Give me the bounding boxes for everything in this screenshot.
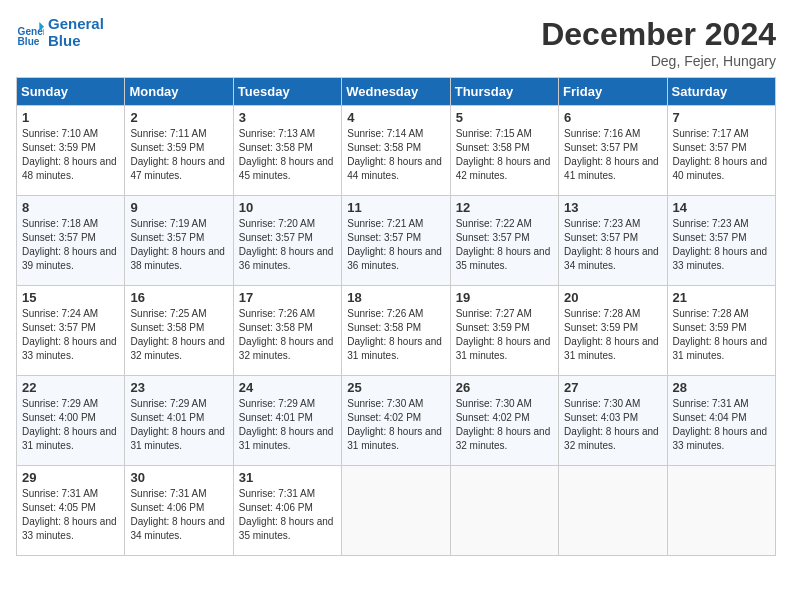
weekday-header-wednesday: Wednesday [342,78,450,106]
day-info: Sunrise: 7:26 AMSunset: 3:58 PMDaylight:… [347,307,444,363]
day-info: Sunrise: 7:31 AMSunset: 4:05 PMDaylight:… [22,487,119,543]
calendar-cell [450,466,558,556]
day-number: 14 [673,200,770,215]
weekday-header-friday: Friday [559,78,667,106]
calendar-cell: 20Sunrise: 7:28 AMSunset: 3:59 PMDayligh… [559,286,667,376]
day-number: 29 [22,470,119,485]
day-number: 8 [22,200,119,215]
day-info: Sunrise: 7:28 AMSunset: 3:59 PMDaylight:… [564,307,661,363]
day-info: Sunrise: 7:10 AMSunset: 3:59 PMDaylight:… [22,127,119,183]
calendar-week-2: 8Sunrise: 7:18 AMSunset: 3:57 PMDaylight… [17,196,776,286]
day-info: Sunrise: 7:29 AMSunset: 4:01 PMDaylight:… [130,397,227,453]
calendar-cell: 19Sunrise: 7:27 AMSunset: 3:59 PMDayligh… [450,286,558,376]
day-info: Sunrise: 7:25 AMSunset: 3:58 PMDaylight:… [130,307,227,363]
day-info: Sunrise: 7:11 AMSunset: 3:59 PMDaylight:… [130,127,227,183]
day-number: 10 [239,200,336,215]
calendar-week-3: 15Sunrise: 7:24 AMSunset: 3:57 PMDayligh… [17,286,776,376]
calendar-cell: 7Sunrise: 7:17 AMSunset: 3:57 PMDaylight… [667,106,775,196]
day-number: 21 [673,290,770,305]
day-info: Sunrise: 7:21 AMSunset: 3:57 PMDaylight:… [347,217,444,273]
weekday-header-monday: Monday [125,78,233,106]
month-title: December 2024 [541,16,776,53]
day-number: 25 [347,380,444,395]
day-info: Sunrise: 7:28 AMSunset: 3:59 PMDaylight:… [673,307,770,363]
calendar-cell: 24Sunrise: 7:29 AMSunset: 4:01 PMDayligh… [233,376,341,466]
day-number: 9 [130,200,227,215]
title-block: December 2024 Deg, Fejer, Hungary [541,16,776,69]
calendar-cell: 23Sunrise: 7:29 AMSunset: 4:01 PMDayligh… [125,376,233,466]
calendar-cell: 6Sunrise: 7:16 AMSunset: 3:57 PMDaylight… [559,106,667,196]
calendar-week-4: 22Sunrise: 7:29 AMSunset: 4:00 PMDayligh… [17,376,776,466]
weekday-header-tuesday: Tuesday [233,78,341,106]
calendar-cell: 29Sunrise: 7:31 AMSunset: 4:05 PMDayligh… [17,466,125,556]
day-info: Sunrise: 7:20 AMSunset: 3:57 PMDaylight:… [239,217,336,273]
day-number: 4 [347,110,444,125]
calendar-week-5: 29Sunrise: 7:31 AMSunset: 4:05 PMDayligh… [17,466,776,556]
day-info: Sunrise: 7:18 AMSunset: 3:57 PMDaylight:… [22,217,119,273]
day-number: 15 [22,290,119,305]
day-info: Sunrise: 7:31 AMSunset: 4:06 PMDaylight:… [130,487,227,543]
calendar-cell: 18Sunrise: 7:26 AMSunset: 3:58 PMDayligh… [342,286,450,376]
calendar-cell: 13Sunrise: 7:23 AMSunset: 3:57 PMDayligh… [559,196,667,286]
day-number: 30 [130,470,227,485]
calendar-cell: 22Sunrise: 7:29 AMSunset: 4:00 PMDayligh… [17,376,125,466]
day-number: 26 [456,380,553,395]
day-info: Sunrise: 7:13 AMSunset: 3:58 PMDaylight:… [239,127,336,183]
calendar-cell: 14Sunrise: 7:23 AMSunset: 3:57 PMDayligh… [667,196,775,286]
day-info: Sunrise: 7:23 AMSunset: 3:57 PMDaylight:… [564,217,661,273]
day-number: 1 [22,110,119,125]
calendar-cell: 1Sunrise: 7:10 AMSunset: 3:59 PMDaylight… [17,106,125,196]
calendar-cell: 9Sunrise: 7:19 AMSunset: 3:57 PMDaylight… [125,196,233,286]
day-number: 27 [564,380,661,395]
day-info: Sunrise: 7:30 AMSunset: 4:02 PMDaylight:… [456,397,553,453]
calendar-cell: 21Sunrise: 7:28 AMSunset: 3:59 PMDayligh… [667,286,775,376]
weekday-header-thursday: Thursday [450,78,558,106]
day-info: Sunrise: 7:31 AMSunset: 4:06 PMDaylight:… [239,487,336,543]
day-number: 5 [456,110,553,125]
day-number: 12 [456,200,553,215]
day-info: Sunrise: 7:27 AMSunset: 3:59 PMDaylight:… [456,307,553,363]
logo-icon: General Blue [16,19,44,47]
calendar-cell: 10Sunrise: 7:20 AMSunset: 3:57 PMDayligh… [233,196,341,286]
day-info: Sunrise: 7:29 AMSunset: 4:00 PMDaylight:… [22,397,119,453]
day-info: Sunrise: 7:22 AMSunset: 3:57 PMDaylight:… [456,217,553,273]
day-number: 16 [130,290,227,305]
calendar-cell: 26Sunrise: 7:30 AMSunset: 4:02 PMDayligh… [450,376,558,466]
day-number: 18 [347,290,444,305]
day-number: 13 [564,200,661,215]
calendar-cell: 8Sunrise: 7:18 AMSunset: 3:57 PMDaylight… [17,196,125,286]
calendar-cell: 2Sunrise: 7:11 AMSunset: 3:59 PMDaylight… [125,106,233,196]
weekday-header-sunday: Sunday [17,78,125,106]
day-info: Sunrise: 7:23 AMSunset: 3:57 PMDaylight:… [673,217,770,273]
calendar-cell: 16Sunrise: 7:25 AMSunset: 3:58 PMDayligh… [125,286,233,376]
day-number: 17 [239,290,336,305]
day-number: 2 [130,110,227,125]
calendar-cell [342,466,450,556]
day-number: 3 [239,110,336,125]
day-info: Sunrise: 7:14 AMSunset: 3:58 PMDaylight:… [347,127,444,183]
day-number: 11 [347,200,444,215]
calendar-cell: 15Sunrise: 7:24 AMSunset: 3:57 PMDayligh… [17,286,125,376]
calendar-cell: 4Sunrise: 7:14 AMSunset: 3:58 PMDaylight… [342,106,450,196]
day-info: Sunrise: 7:29 AMSunset: 4:01 PMDaylight:… [239,397,336,453]
day-number: 6 [564,110,661,125]
logo-line2: Blue [48,33,104,50]
calendar-cell [559,466,667,556]
svg-text:Blue: Blue [18,35,40,46]
day-info: Sunrise: 7:26 AMSunset: 3:58 PMDaylight:… [239,307,336,363]
day-info: Sunrise: 7:19 AMSunset: 3:57 PMDaylight:… [130,217,227,273]
day-info: Sunrise: 7:15 AMSunset: 3:58 PMDaylight:… [456,127,553,183]
weekday-header-saturday: Saturday [667,78,775,106]
calendar-cell: 31Sunrise: 7:31 AMSunset: 4:06 PMDayligh… [233,466,341,556]
calendar-cell: 17Sunrise: 7:26 AMSunset: 3:58 PMDayligh… [233,286,341,376]
logo-line1: General [48,16,104,33]
calendar-cell: 25Sunrise: 7:30 AMSunset: 4:02 PMDayligh… [342,376,450,466]
day-number: 23 [130,380,227,395]
day-info: Sunrise: 7:16 AMSunset: 3:57 PMDaylight:… [564,127,661,183]
day-info: Sunrise: 7:31 AMSunset: 4:04 PMDaylight:… [673,397,770,453]
day-number: 28 [673,380,770,395]
calendar-cell: 11Sunrise: 7:21 AMSunset: 3:57 PMDayligh… [342,196,450,286]
page-header: General Blue General Blue December 2024 … [16,16,776,69]
calendar-cell [667,466,775,556]
day-number: 19 [456,290,553,305]
